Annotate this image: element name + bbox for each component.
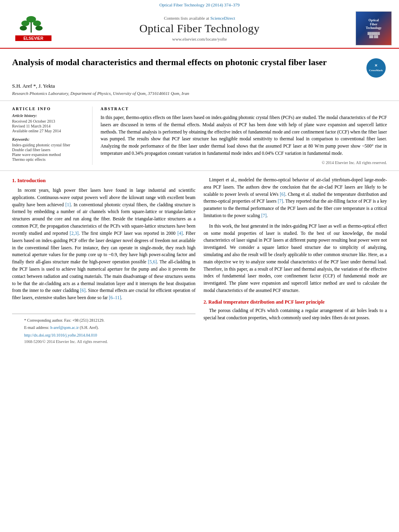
contents-line: Contents lists available at ScienceDirec… [60,16,339,21]
journal-url: www.elsevier.com/locate/yofte [60,37,339,41]
keyword-1: Index-guiding photonic crystal fiber [12,143,86,147]
header-left: ELSEVIER [7,14,60,43]
elsevier-logo-icon: ELSEVIER [11,14,56,43]
left-col: 1. Introduction In recent years, high po… [12,177,195,347]
history-label: Article history: [12,113,86,118]
keyword-3: Plane wave expansion method [12,152,86,157]
available-date: Available online 27 May 2014 [12,129,86,133]
ref23-link[interactable]: [2,3] [70,231,78,236]
banner-text: Optical Fiber Technology 20 (2014) 374–3… [159,2,240,7]
article-info-abstract-section: ARTICLE INFO Article history: Received 2… [0,101,399,171]
article-info-heading: ARTICLE INFO [12,107,86,111]
abstract-col: ABSTRACT In this paper, thermo-optics ef… [101,107,387,165]
crossmark-badge[interactable]: ✕CrossMark [365,57,387,79]
page-wrapper: Optical Fiber Technology 20 (2014) 374–3… [0,0,399,532]
article-title-row: Analysis of modal characteristics and th… [12,57,387,79]
section1-para1: In recent years, high power fiber lasers… [12,187,195,302]
section1-right-para2: In this work, the heat generated in the … [204,223,387,294]
journal-header: ELSEVIER Contents lists available at Sci… [0,8,399,49]
svg-point-2 [21,21,29,26]
section2-para1: The porous cladding of PCFs which contai… [204,307,387,322]
svg-point-5 [35,26,43,31]
section1-right-para1: Limpert et al., modeled the thermo-optic… [204,177,387,220]
ref4-link[interactable]: [4] [177,231,183,236]
issn-line: 1068-5200/© 2014 Elsevier Inc. All right… [24,339,183,345]
ref1-link[interactable]: [1] [66,202,71,207]
author-names: S.H. Aref *, J. Yekta [12,83,55,89]
footnote-email: E-mail address: h-aref@qom.ac.ir (S.H. A… [24,325,183,331]
affiliation: Research Photonics Laboratory, Departmen… [12,91,387,96]
keyword-2: Double clad fiber lasers [12,148,86,152]
keyword-4: Thermo optic effects [12,157,86,162]
header-right: OpticalFiberTechnology ▓▓▓▓▓▓ ▓▓ ▓▓ [339,11,392,45]
svg-point-3 [33,21,41,26]
email-author: (S.H. Aref). [79,325,99,330]
header-center: Contents lists available at ScienceDirec… [60,16,339,41]
keywords-section: Keywords: Index-guiding photonic crystal… [12,137,86,162]
email-link[interactable]: h-aref@qom.ac.ir [50,325,79,330]
email-label: E-mail address: [24,325,50,330]
ref7b-link[interactable]: [7] [261,213,266,218]
article-title-section: Analysis of modal characteristics and th… [0,49,399,101]
top-banner: Optical Fiber Technology 20 (2014) 374–3… [0,0,399,8]
section1-heading: 1. Introduction [12,177,195,185]
ref7-link[interactable]: [7] [278,199,283,203]
article-main-title: Analysis of modal characteristics and th… [12,57,365,68]
right-col: Limpert et al., modeled the thermo-optic… [204,177,387,347]
section2-heading: 2. Radial temperature distribution and P… [204,298,387,306]
journal-cover-image: OpticalFiberTechnology ▓▓▓▓▓▓ ▓▓ ▓▓ [356,11,392,45]
svg-text:ELSEVIER: ELSEVIER [23,36,43,41]
crossmark-icon: ✕CrossMark [366,58,386,78]
footnote-area: * Corresponding author. Fax: +98 (251) 2… [12,314,195,347]
ref6-11-link[interactable]: [6–11] [109,295,121,300]
abstract-text: In this paper, thermo-optics effects on … [101,114,387,157]
revised-date: Revised 11 March 2014 [12,124,86,128]
journal-title: Optical Fiber Technology [60,22,339,35]
authors: S.H. Aref *, J. Yekta [12,83,387,89]
ref6c-link[interactable]: [6] [280,192,285,197]
main-content: 1. Introduction In recent years, high po… [0,171,399,353]
ref56-link[interactable]: [5,6] [148,259,157,264]
received-date: Received 26 October 2013 [12,119,86,123]
svg-point-4 [20,26,27,31]
ref6b-link[interactable]: [6] [80,288,85,293]
keywords-label: Keywords: [12,137,86,142]
science-direct-link[interactable]: ScienceDirect [210,16,235,21]
footnote-corresponding: * Corresponding author. Fax: +98 (251) 2… [24,317,183,324]
article-info-col: ARTICLE INFO Article history: Received 2… [12,107,93,165]
abstract-heading: ABSTRACT [101,107,387,111]
doi-line[interactable]: http://dx.doi.org/10.1016/j.yofte.2014.0… [24,332,183,339]
copyright-line: © 2014 Elsevier Inc. All rights reserved… [101,160,387,165]
